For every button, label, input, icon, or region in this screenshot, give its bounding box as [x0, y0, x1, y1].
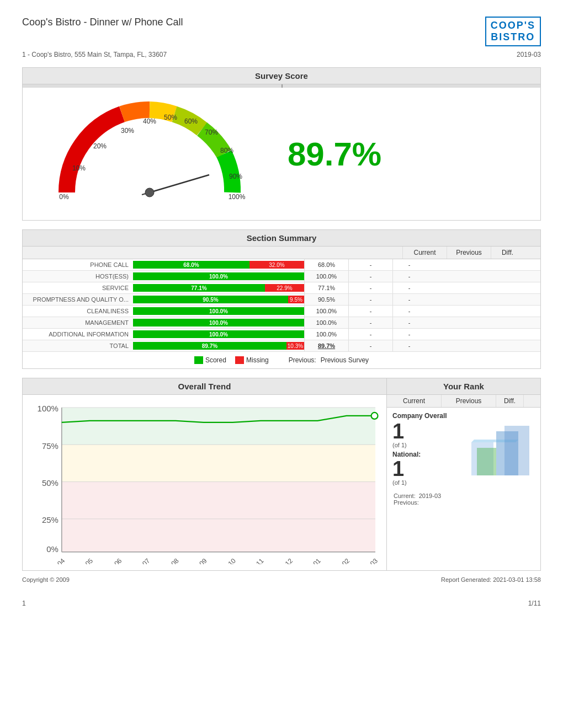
svg-text:90%: 90% [229, 173, 242, 180]
rank-company-section: Company Overall 1 (of 1) National: 1 (of… [387, 408, 540, 490]
row-previous: - [348, 306, 392, 317]
svg-marker-48 [471, 440, 496, 442]
header: Coop's Bistro - Dinner w/ Phone Call COO… [22, 17, 541, 46]
gauge-container: 0% 10% 20% 30% 40% 50% 60% 70% 80% 90% 1… [23, 88, 540, 220]
row-current: 100.0% [304, 317, 348, 328]
row-diff: - [392, 294, 426, 305]
row-current: 100.0% [304, 329, 348, 340]
company-of: (of 1) [392, 442, 469, 448]
svg-text:75%: 75% [42, 441, 59, 451]
row-current: 90.5% [304, 294, 348, 305]
rank-header: Current Previous Diff. [387, 395, 540, 408]
missing-icon [235, 356, 244, 364]
row-diff: - [392, 317, 426, 328]
trend-content: 100% 75% 50% 25% 0% [23, 395, 386, 570]
table-row: ADDITIONAL INFORMATION 100.0% 100.0% - - [23, 329, 540, 340]
table-row: PROMPTNESS AND QUALITY O... 90.5% 9.5% 9… [23, 294, 540, 306]
svg-text:50%: 50% [42, 478, 59, 488]
bar-red: 9.5% [288, 296, 304, 303]
bar-green: 100.0% [133, 319, 304, 326]
table-row: PHONE CALL 68.0% 32.0% 68.0% - - [23, 259, 540, 271]
trend-title: Overall Trend [23, 378, 386, 395]
svg-text:2018-09: 2018-09 [186, 556, 209, 564]
report-title: Coop's Bistro - Dinner w/ Phone Call [22, 17, 183, 28]
bar-green: 68.0% [133, 261, 249, 269]
rank-bars-svg [469, 412, 535, 484]
company-rank-number: 1 [392, 421, 469, 442]
row-previous: - [348, 317, 392, 328]
scored-icon [194, 356, 203, 364]
col-spacer [524, 247, 540, 259]
svg-rect-21 [62, 445, 375, 481]
row-previous: - [348, 282, 392, 293]
row-current: 89.7% [304, 340, 348, 351]
bottom-row: Overall Trend 100% 75% 50% 25% 0% [22, 378, 541, 571]
svg-rect-46 [477, 448, 496, 475]
footer: Copyright © 2009 Report Generated: 2021-… [22, 571, 541, 588]
rank-current-prev: Current: 2019-03 Previous: [387, 490, 540, 508]
bar-red: 32.0% [249, 261, 304, 269]
svg-text:60%: 60% [184, 117, 198, 125]
row-label: ADDITIONAL INFORMATION [23, 329, 133, 340]
svg-text:0%: 0% [46, 544, 59, 554]
bar-green: 90.5% [133, 296, 288, 303]
location-info: 1 - Coop's Bistro, 555 Main St, Tampa, F… [22, 51, 167, 58]
copyright: Copyright © 2009 [22, 576, 70, 583]
bar-red: 22.9% [265, 284, 304, 292]
row-label: HOST(ESS) [23, 271, 133, 282]
svg-text:2018-05: 2018-05 [72, 556, 94, 564]
row-current: 68.0% [304, 259, 348, 270]
row-label: TOTAL [23, 340, 133, 351]
national-rank-number: 1 [392, 458, 469, 479]
page-number-left: 1 [22, 599, 26, 607]
rank-visual [469, 412, 535, 484]
row-current: 100.0% [304, 306, 348, 317]
row-bar: 100.0% [133, 329, 304, 340]
row-diff: - [392, 271, 426, 282]
rank-title: Your Rank [387, 378, 540, 395]
bar-green: 100.0% [133, 307, 304, 315]
svg-text:20%: 20% [93, 142, 107, 150]
svg-text:0%: 0% [59, 193, 69, 201]
previous-row: Previous: [394, 499, 534, 506]
row-previous: - [348, 340, 392, 351]
svg-text:100%: 100% [38, 404, 59, 413]
table-row: HOST(ESS) 100.0% 100.0% - - [23, 271, 540, 282]
table-row: CLEANLINESS 100.0% 100.0% - - [23, 306, 540, 317]
svg-text:2018-08: 2018-08 [158, 556, 180, 564]
row-bar: 100.0% [133, 306, 304, 317]
survey-score-card: Survey Score [22, 67, 541, 221]
svg-text:2018-04: 2018-04 [44, 556, 66, 564]
row-label: PHONE CALL [23, 259, 133, 270]
bar-green: 100.0% [133, 330, 304, 338]
table-row: MANAGEMENT 100.0% 100.0% - - [23, 317, 540, 329]
svg-text:30%: 30% [121, 127, 134, 135]
empty-header [23, 247, 402, 259]
row-diff: - [392, 329, 426, 340]
svg-text:50%: 50% [164, 114, 177, 121]
col-diff: Diff. [491, 247, 524, 259]
row-bar: 100.0% [133, 317, 304, 328]
row-bar: 89.7% 10.3% [133, 340, 304, 351]
section-summary-header: Current Previous Diff. [23, 247, 540, 259]
current-prefix: Current: [394, 493, 416, 499]
svg-point-0 [83, 126, 216, 215]
svg-point-31 [371, 413, 378, 419]
svg-text:2019-03: 2019-03 [357, 556, 379, 564]
logo-line1: COOP'S [491, 20, 535, 31]
table-row: SERVICE 77.1% 22.9% 77.1% - - [23, 282, 540, 294]
svg-marker-51 [504, 426, 529, 475]
svg-text:2018-06: 2018-06 [101, 556, 124, 564]
svg-text:2019-02: 2019-02 [328, 556, 351, 564]
svg-text:2019-01: 2019-01 [300, 556, 322, 564]
svg-text:25%: 25% [42, 515, 59, 524]
svg-text:2018-10: 2018-10 [215, 556, 237, 564]
row-current: 100.0% [304, 271, 348, 282]
row-bar: 68.0% 32.0% [133, 259, 304, 270]
row-label: MANAGEMENT [23, 317, 133, 328]
legend-previous: Previous: Previous Survey [289, 356, 369, 364]
bar-green: 100.0% [133, 272, 304, 280]
row-bar: 77.1% 22.9% [133, 282, 304, 293]
row-label: SERVICE [23, 282, 133, 293]
section-summary-card: Section Summary Current Previous Diff. P… [22, 229, 541, 369]
